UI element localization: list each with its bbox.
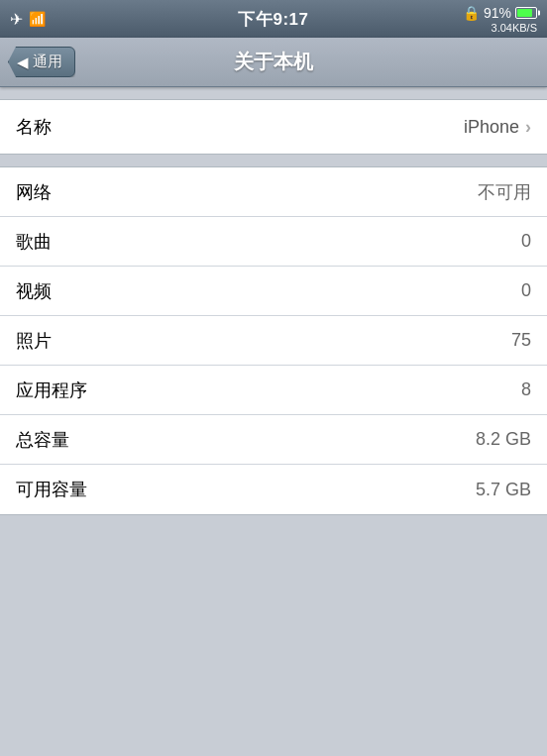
status-time: 下午9:17 xyxy=(238,8,308,31)
status-right: 🔒 91% 3.04KB/S xyxy=(463,5,537,34)
row-total-capacity: 总容量 8.2 GB xyxy=(0,415,547,465)
status-bar: ✈ 📶 下午9:17 🔒 91% 3.04KB/S xyxy=(0,0,547,38)
lock-icon: 🔒 xyxy=(463,5,480,21)
value-videos: 0 xyxy=(521,280,531,301)
battery-icon xyxy=(515,7,537,19)
status-left-icons: ✈ 📶 xyxy=(10,10,46,29)
row-songs: 歌曲 0 xyxy=(0,217,547,267)
row-videos: 视频 0 xyxy=(0,267,547,316)
chevron-icon: › xyxy=(525,117,531,138)
battery-percent: 91% xyxy=(484,5,511,21)
airplane-icon: ✈ xyxy=(10,10,23,29)
section-details: 网络 不可用 歌曲 0 视频 0 照片 75 应用程序 8 总容量 8.2 GB… xyxy=(0,166,547,515)
row-network: 网络 不可用 xyxy=(0,167,547,217)
wifi-icon: 📶 xyxy=(29,11,46,27)
label-total-capacity: 总容量 xyxy=(16,428,69,452)
value-songs: 0 xyxy=(521,231,531,252)
nav-bar: ◀ 通用 关于本机 xyxy=(0,38,547,87)
label-apps: 应用程序 xyxy=(16,378,87,402)
row-name[interactable]: 名称 iPhone › xyxy=(0,100,547,154)
page-title: 关于本机 xyxy=(234,49,313,75)
value-apps: 8 xyxy=(521,379,531,400)
back-chevron-icon: ◀ xyxy=(17,54,29,71)
value-photos: 75 xyxy=(511,330,531,351)
value-network: 不可用 xyxy=(478,180,531,204)
back-button-label: 通用 xyxy=(33,53,62,71)
label-network: 网络 xyxy=(16,180,52,204)
device-name: iPhone xyxy=(464,117,519,138)
row-photos: 照片 75 xyxy=(0,316,547,366)
label-photos: 照片 xyxy=(16,329,52,353)
label-songs: 歌曲 xyxy=(16,230,52,254)
value-name: iPhone › xyxy=(464,117,531,138)
row-apps: 应用程序 8 xyxy=(0,366,547,415)
value-available-capacity: 5.7 GB xyxy=(476,480,531,500)
section-name: 名称 iPhone › xyxy=(0,99,547,155)
row-available-capacity: 可用容量 5.7 GB xyxy=(0,465,547,514)
back-button[interactable]: ◀ 通用 xyxy=(8,47,75,77)
label-videos: 视频 xyxy=(16,279,52,303)
battery-area: 🔒 91% xyxy=(463,5,537,21)
value-total-capacity: 8.2 GB xyxy=(476,429,531,450)
network-speed: 3.04KB/S xyxy=(492,22,537,34)
content-area: 名称 iPhone › 网络 不可用 歌曲 0 视频 0 照片 75 应用程序 … xyxy=(0,87,547,539)
label-available-capacity: 可用容量 xyxy=(16,478,87,501)
label-name: 名称 xyxy=(16,115,52,139)
